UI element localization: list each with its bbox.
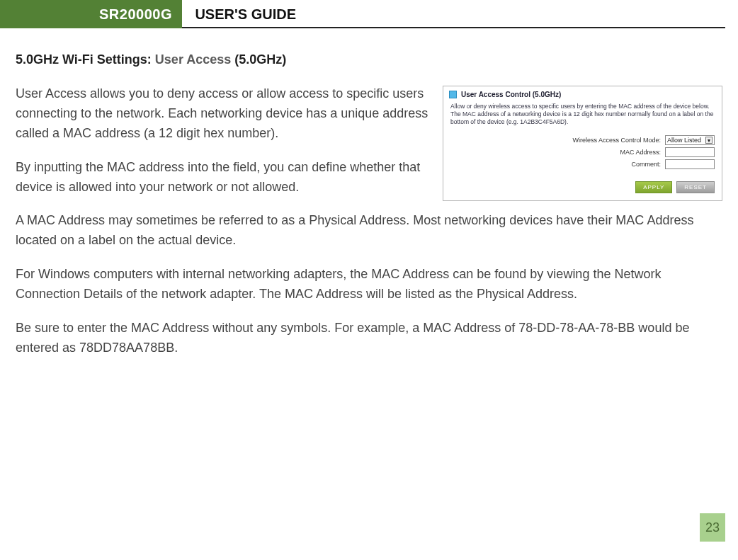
panel-title: User Access Control (5.0GHz) xyxy=(461,91,561,98)
mac-address-input[interactable] xyxy=(665,147,715,157)
section-name: User Access xyxy=(155,52,231,67)
panel-icon xyxy=(449,91,457,98)
section-heading: 5.0GHz Wi-Fi Settings: User Access (5.0G… xyxy=(16,52,722,67)
mode-select-value: Allow Listed xyxy=(667,137,701,144)
paragraph: For Windows computers with internal netw… xyxy=(16,265,722,304)
section-suffix: (5.0GHz) xyxy=(231,52,286,67)
page-number: 23 xyxy=(700,513,725,542)
settings-panel-screenshot: User Access Control (5.0GHz) Allow or de… xyxy=(443,86,722,201)
comment-label: Comment: xyxy=(631,161,661,168)
guide-title: USER'S GUIDE xyxy=(195,0,296,28)
mode-select[interactable]: Allow Listed ▼ xyxy=(665,135,715,145)
comment-input[interactable] xyxy=(665,159,715,169)
apply-button[interactable]: APPLY xyxy=(635,181,672,193)
paragraph: A MAC Address may sometimes be referred … xyxy=(16,211,722,251)
mode-label: Wireless Access Control Mode: xyxy=(572,137,661,144)
paragraph: Be sure to enter the MAC Address without… xyxy=(16,319,722,358)
product-badge: SR20000G xyxy=(0,0,182,28)
panel-description: Allow or deny wireless access to specifi… xyxy=(443,101,722,132)
mac-label: MAC Address: xyxy=(620,149,661,156)
section-prefix: 5.0GHz Wi-Fi Settings: xyxy=(16,52,155,67)
page-header: SR20000G USER'S GUIDE xyxy=(0,0,725,28)
chevron-down-icon: ▼ xyxy=(705,137,713,144)
reset-button[interactable]: RESET xyxy=(676,181,715,193)
